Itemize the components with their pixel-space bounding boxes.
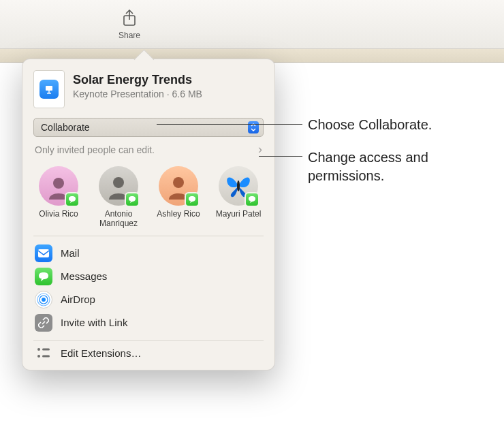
svg-rect-6 [38,249,49,257]
callout-choose-collaborate: Choose Collaborate. [308,116,432,134]
svg-point-2 [53,178,64,189]
share-icon [116,9,143,28]
edit-extensions-button[interactable]: Edit Extensions… [33,341,264,363]
share-label: Share [119,31,140,40]
messages-badge-icon [185,192,200,207]
svg-point-7 [42,298,46,302]
edit-extensions-label: Edit Extensions… [61,347,141,359]
share-option-label: Mail [61,247,80,259]
document-header: Solar Energy Trends Keynote Presentation… [33,70,264,108]
permissions-row[interactable]: Only invited people can edit. › [33,137,264,163]
link-icon [35,314,52,332]
keynote-app-icon [40,80,59,99]
contacts-row: Olivia Rico Antonio Manriquez Ashley Ric… [33,163,264,236]
share-option-mail[interactable]: Mail [33,242,264,265]
mail-icon [35,244,52,262]
messages-icon [35,268,52,285]
contact-name: Mayuri Patel [216,209,262,219]
document-title: Solar Energy Trends [73,73,202,87]
contact-antonio[interactable]: Antonio Manriquez [95,166,142,229]
svg-point-5 [237,180,240,191]
share-popover: Solar Energy Trends Keynote Presentation… [22,59,275,370]
permissions-summary: Only invited people can edit. [35,144,155,155]
callout-line [157,124,302,125]
share-mode-value: Collaborate [41,122,90,133]
avatar [219,166,258,206]
svg-point-10 [37,348,40,351]
messages-badge-icon [65,192,80,207]
document-subtitle: Keynote Presentation · 6.6 MB [73,89,202,99]
contact-olivia[interactable]: Olivia Rico [35,166,82,229]
share-toolbar-button[interactable]: Share [116,9,143,40]
avatar [39,166,78,206]
messages-badge-icon [245,192,259,207]
svg-point-4 [173,177,184,188]
avatar [99,166,138,206]
contact-name: Ashley Rico [157,209,200,219]
contact-mayuri[interactable]: Mayuri Patel [215,166,262,229]
extensions-icon [35,347,52,358]
share-option-label: AirDrop [61,294,95,305]
svg-point-11 [37,355,40,358]
chevron-right-icon: › [258,142,262,157]
up-down-icon [248,121,259,133]
toolbar: Share [0,0,504,49]
messages-badge-icon [125,192,140,207]
share-option-invite-link[interactable]: Invite with Link [33,311,264,334]
svg-rect-12 [42,349,50,351]
contact-ashley[interactable]: Ashley Rico [155,166,202,229]
svg-point-3 [113,177,124,188]
share-option-messages[interactable]: Messages [33,265,264,288]
share-option-airdrop[interactable]: AirDrop [33,288,264,311]
document-icon [33,70,65,108]
avatar [159,166,198,206]
contact-name: Olivia Rico [39,209,78,219]
callout-line [259,156,302,157]
svg-rect-13 [42,355,50,358]
share-mode-select[interactable]: Collaborate [33,118,264,137]
share-option-label: Messages [61,270,107,282]
share-apps-list: Mail Messages AirDrop Invite with Link [33,236,264,341]
callout-change-access: Change access and permissions. [308,148,458,185]
contact-name: Antonio Manriquez [95,209,142,229]
airdrop-icon [35,291,52,309]
share-option-label: Invite with Link [61,317,127,328]
svg-rect-1 [46,86,52,91]
